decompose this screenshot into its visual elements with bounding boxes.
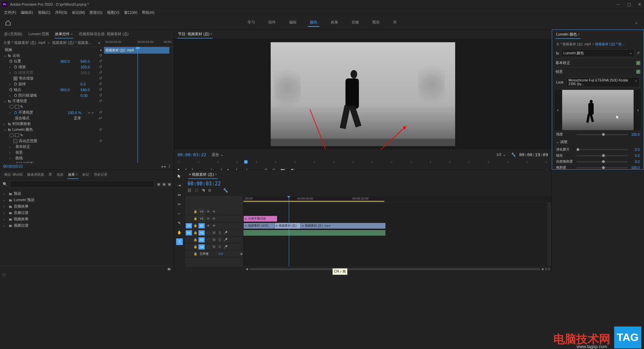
track-header-v2[interactable]: 🔒V2👁👁 bbox=[185, 215, 243, 222]
ws-libraries[interactable]: 库 bbox=[391, 18, 399, 27]
ws-audio[interactable]: 音频 bbox=[350, 18, 361, 27]
ws-learn[interactable]: 学习 bbox=[246, 18, 257, 27]
eye-icon[interactable]: 👁 bbox=[206, 217, 211, 221]
reset-icon[interactable]: ↺ bbox=[99, 127, 102, 132]
zoom-select[interactable]: 适合⌄ bbox=[210, 152, 225, 158]
rect-mask-icon[interactable] bbox=[15, 105, 19, 109]
minimize-button[interactable]: ─ bbox=[616, 2, 621, 7]
track-header-v3[interactable]: 🔒V3👁👁 bbox=[185, 208, 243, 215]
tab-effects[interactable]: 效果≡ bbox=[67, 171, 78, 178]
lock-icon[interactable]: 🔒 bbox=[193, 210, 197, 213]
program-monitor[interactable] bbox=[174, 39, 551, 150]
eye-icon[interactable]: 👁 bbox=[206, 210, 211, 214]
timeline-playhead[interactable] bbox=[289, 196, 289, 267]
lock-icon[interactable]: 🔒 bbox=[193, 217, 197, 220]
snap-icon[interactable]: ⛓ bbox=[187, 188, 192, 193]
share-icon[interactable]: ⤴ bbox=[168, 164, 170, 169]
tree-item[interactable]: ›🖿视频过渡 bbox=[3, 222, 171, 229]
track-a3[interactable] bbox=[244, 243, 551, 250]
work-area[interactable] bbox=[244, 201, 384, 202]
creative-checkbox[interactable]: ✓ bbox=[636, 70, 640, 74]
tree-item[interactable]: ›🖿预设 bbox=[3, 190, 171, 197]
pen-mask-icon[interactable]: ✎ bbox=[20, 133, 23, 137]
marker-icon[interactable]: ◥ bbox=[202, 188, 205, 193]
lock-icon[interactable]: 🔒 bbox=[193, 238, 197, 241]
prev-look-icon[interactable]: ‹ bbox=[555, 107, 561, 113]
ws-effects[interactable]: 效果 bbox=[329, 18, 340, 27]
prop-timeremap[interactable]: ›fx时间重映射 bbox=[0, 121, 104, 127]
sharpen-slider[interactable] bbox=[577, 155, 628, 156]
tab-menu-icon[interactable]: ≡ bbox=[71, 32, 73, 36]
mic-icon[interactable]: 🎤 bbox=[223, 231, 228, 235]
tab-lumetri[interactable]: Lumetri 颜色≡ bbox=[555, 31, 581, 38]
track-v3[interactable] bbox=[244, 208, 551, 215]
ellipse-mask-icon[interactable] bbox=[9, 105, 14, 109]
reset-icon[interactable]: ↺ bbox=[99, 70, 102, 75]
menu-edit[interactable]: 编辑(E) bbox=[19, 9, 35, 16]
tab-timeline[interactable]: × 视频素材 (总)≡ bbox=[188, 171, 218, 178]
tree-item[interactable]: ›🖿音频效果 bbox=[3, 203, 171, 210]
menu-window[interactable]: 窗口(W) bbox=[123, 9, 139, 16]
eye-icon[interactable]: 👁 bbox=[212, 217, 216, 221]
rect-mask-icon[interactable] bbox=[15, 133, 19, 137]
look-dropdown[interactable]: Monochrome Fuji ETERNA 250D Kodak 2395 (… bbox=[566, 77, 640, 87]
track-a2[interactable] bbox=[244, 236, 551, 243]
lumetri-basic-section[interactable]: 基本校正✓ bbox=[555, 58, 641, 67]
program-scrubber[interactable] bbox=[177, 160, 548, 165]
prop-creative[interactable]: ›创意 bbox=[0, 150, 104, 155]
lumetri-creative-section[interactable]: 创意✓ bbox=[555, 67, 641, 76]
vibrance-slider[interactable] bbox=[577, 161, 628, 162]
reset-icon[interactable]: ↺ bbox=[99, 53, 102, 58]
prop-motion[interactable]: ⌄fx运动↺ bbox=[0, 53, 104, 58]
scrub-handle[interactable] bbox=[244, 160, 248, 164]
clip-watermark[interactable]: fx 视频素材 (水印) bbox=[244, 223, 274, 229]
basic-checkbox[interactable]: ✓ bbox=[636, 61, 640, 65]
reset-icon[interactable]: ↺ bbox=[99, 110, 102, 115]
intensity-slider[interactable] bbox=[577, 134, 628, 135]
mic-icon[interactable]: 🎤 bbox=[223, 238, 228, 242]
lock-icon[interactable]: 🔒 bbox=[193, 252, 197, 255]
ws-assembly[interactable]: 组件 bbox=[266, 18, 278, 27]
reset-icon[interactable]: ↺ bbox=[637, 51, 640, 55]
tab-project[interactable]: 项目: Word3 bbox=[3, 171, 23, 178]
tree-item[interactable]: ›🖿音频过渡 bbox=[3, 210, 171, 216]
track-master[interactable] bbox=[244, 250, 551, 257]
ws-overflow[interactable]: » bbox=[629, 21, 644, 25]
eye-icon[interactable]: 👁 bbox=[212, 224, 216, 228]
track-v2[interactable]: fx 示例字幕内容 bbox=[244, 215, 551, 222]
tab-menu-icon[interactable]: ≡ bbox=[215, 173, 217, 176]
clip-subtitle[interactable]: fx 示例字幕内容 bbox=[244, 216, 277, 222]
lumetri-fx-dropdown[interactable]: Lumetri 颜色⌄ bbox=[561, 49, 635, 57]
track-header-master[interactable]: 🔒主声道0.0⇲ bbox=[185, 250, 243, 257]
prop-hdr[interactable]: 高动态范围↺ bbox=[0, 138, 104, 144]
saturation-slider[interactable] bbox=[577, 167, 628, 168]
type-tool-icon[interactable]: T bbox=[176, 238, 183, 245]
track-header-a1[interactable]: A1🔒A1⬚MS🎤 bbox=[185, 229, 243, 236]
reset-icon[interactable]: ↺ bbox=[99, 88, 102, 92]
clip-audio[interactable] bbox=[274, 230, 385, 236]
reset-icon[interactable]: ↺ bbox=[99, 76, 102, 80]
wrench-icon[interactable]: 🔧 bbox=[511, 153, 516, 157]
reset-icon[interactable]: ↺ bbox=[99, 116, 102, 120]
maximize-button[interactable]: ▢ bbox=[627, 2, 631, 7]
tab-markers[interactable]: 标记 bbox=[82, 171, 90, 178]
prop-basic[interactable]: ›基本校正 bbox=[0, 144, 104, 150]
reset-icon[interactable]: ↺ bbox=[99, 93, 102, 98]
tab-source[interactable]: 源:(无剪辑) bbox=[3, 30, 23, 38]
tab-menu-icon[interactable]: ≡ bbox=[76, 173, 78, 176]
eye-icon[interactable]: 👁 bbox=[212, 210, 216, 214]
lock-icon[interactable]: 🔒 bbox=[193, 224, 197, 227]
timeline-tracks[interactable]: :00:00 00:00:05:00 00:00:10:00 fx 示例字幕内容… bbox=[244, 196, 551, 267]
prop-curves[interactable]: ›曲线 bbox=[0, 155, 104, 161]
hand-tool-icon[interactable]: ✋ bbox=[176, 229, 183, 236]
menu-clip[interactable]: 剪辑(C) bbox=[37, 9, 52, 16]
menu-help[interactable]: 帮助(H) bbox=[141, 9, 156, 16]
tree-item[interactable]: ›🖿Lumetri 预设 bbox=[3, 197, 171, 203]
ec-playhead-head[interactable] bbox=[136, 47, 140, 49]
effects-search-input[interactable] bbox=[10, 181, 154, 188]
lock-icon[interactable]: 🔒 bbox=[193, 245, 197, 248]
tab-media-browser[interactable]: 媒体浏览器 bbox=[26, 171, 45, 178]
fx-type-icon[interactable]: ▣ bbox=[157, 182, 160, 186]
tab-info[interactable]: 信息 bbox=[56, 171, 64, 178]
tab-effect-controls[interactable]: 效果控件≡ bbox=[54, 30, 73, 38]
